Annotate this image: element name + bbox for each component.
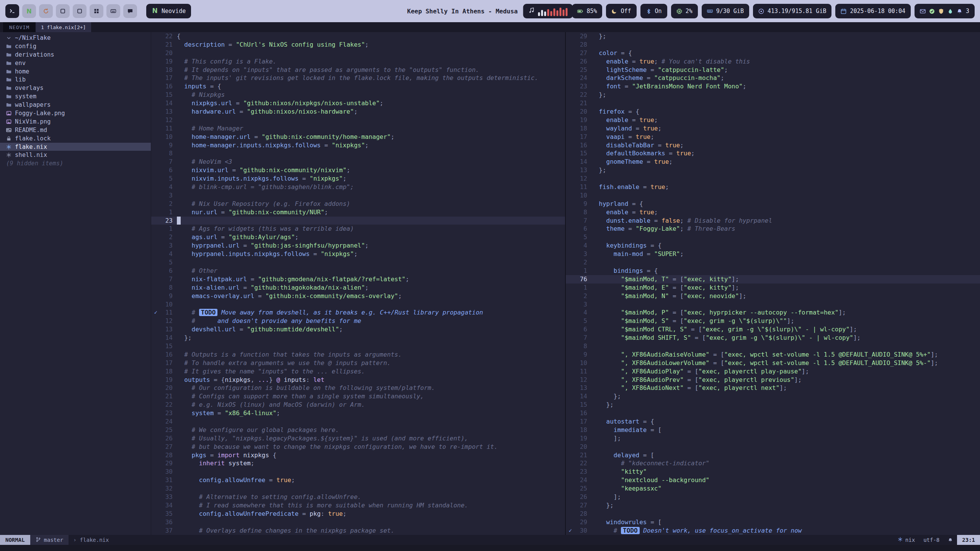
code-line[interactable]: 10 [151, 300, 565, 309]
code-line[interactable]: ✓30 # TODO Doesn't work, use focus_on_ac… [566, 527, 980, 535]
code-line[interactable]: 24 darkScheme = "catppuccin-mocha"; [566, 74, 980, 82]
workspace-button-3[interactable] [39, 4, 53, 18]
system-tray[interactable]: 3 [915, 4, 975, 18]
code-line[interactable]: 14 gnomeTheme = true; [566, 158, 980, 166]
code-line[interactable]: 11 fish.enable = true; [566, 183, 980, 191]
memory-pill[interactable]: 9/30 GiB [702, 4, 749, 18]
editor-pane-left[interactable]: 22{21 description = "ChUrl's NixOS confi… [151, 32, 566, 535]
code-line[interactable]: 15 [151, 342, 565, 350]
tree-item-nixflake[interactable]: ~/NixFlake [0, 34, 151, 42]
tree-item-foggy-lake-png[interactable]: Foggy-Lake.png [0, 109, 151, 117]
code-line[interactable]: 1 # Ags for widgets (this was a terrible… [151, 225, 565, 233]
code-line[interactable]: 9 ", XF86AudioRaiseVolume" = ["exec, wpc… [566, 350, 980, 359]
code-line[interactable]: 3 main-mod = "SUPER"; [566, 250, 980, 258]
code-line[interactable]: 3 [566, 300, 980, 309]
code-line[interactable]: 12 [566, 174, 980, 183]
code-line[interactable]: 22 # e.g. NixOS (linux) and MacOS (darwi… [151, 401, 565, 409]
code-line[interactable]: 25 # We configure our global packages he… [151, 426, 565, 434]
code-line[interactable]: 4 hyprpanel.inputs.nixpkgs.follows = "ni… [151, 250, 565, 258]
tree-item-shell-nix[interactable]: shell.nix [0, 151, 151, 159]
code-line[interactable]: 26 ]; [566, 493, 980, 501]
tree-item-flake-nix[interactable]: flake.nix [0, 143, 151, 151]
code-line[interactable]: 29 }; [566, 32, 980, 41]
command-line[interactable] [0, 545, 980, 551]
code-line[interactable]: 23 "kitty" [566, 468, 980, 476]
code-line[interactable]: 6 theme = "Foggy-Lake"; # Three-Bears [566, 225, 980, 233]
code-line[interactable]: 27 color = { [566, 49, 980, 57]
cpu-pill[interactable]: 2% [671, 4, 698, 18]
code-line[interactable]: 26 enable = true; # You can't disable th… [566, 57, 980, 66]
tree-item-home[interactable]: home [0, 67, 151, 76]
code-line[interactable]: 24 [151, 417, 565, 426]
code-line[interactable]: 5 nixvim.inputs.nixpkgs.follows = "nixpk… [151, 174, 565, 183]
code-line[interactable]: 26 # Usually, "nixpkgs.legacyPackages.${… [151, 434, 565, 443]
code-line[interactable]: 2 # Nix User Repository (e.g. Firefox ad… [151, 200, 565, 208]
code-line[interactable]: 3 [151, 191, 565, 200]
code-line[interactable]: 20 [566, 443, 980, 451]
code-line[interactable]: 14 }; [566, 392, 980, 401]
code-line[interactable]: 7 dunst.enable = false; # Disable for hy… [566, 217, 980, 225]
tree-item-nixvim-png[interactable]: NixVim.png [0, 117, 151, 126]
code-line[interactable]: 34 # I read somewhere that this is more … [151, 501, 565, 510]
code-line[interactable]: 18 immediate = [ [566, 426, 980, 434]
code-line[interactable]: 6 # Other [151, 267, 565, 275]
code-line[interactable]: 23 system = "x86_64-linux"; [151, 409, 565, 417]
code-line[interactable]: 18 # It gives the name "inputs" to the .… [151, 367, 565, 376]
workspace-button-4[interactable] [56, 4, 70, 18]
code-line[interactable]: 2 ags.url = "github:Aylur/ags"; [151, 233, 565, 241]
code-line[interactable]: 32 [151, 484, 565, 493]
code-line[interactable]: 8 [151, 149, 565, 158]
workspace-button-7[interactable] [106, 4, 120, 18]
code-line[interactable]: 20 [151, 49, 565, 57]
code-line[interactable]: 36 [151, 518, 565, 527]
code-line[interactable]: 37 # Overlays define changes in the nixp… [151, 527, 565, 535]
code-line[interactable]: 21 delayed = [ [566, 451, 980, 460]
battery-pill[interactable]: 85% [572, 4, 602, 18]
notifications-pill[interactable]: Off [606, 4, 636, 18]
code-line[interactable]: 18 wayland = true; [566, 124, 980, 133]
code-line[interactable]: 23 font = "JetBrainsMono Nerd Font Mono"… [566, 82, 980, 91]
workspace-button-8[interactable] [123, 4, 137, 18]
code-line[interactable]: 21 # Configs can support more than a sin… [151, 392, 565, 401]
code-line[interactable]: 24 "nextcloud --background" [566, 476, 980, 484]
code-line[interactable]: 20 # Our configuration is buildable on t… [151, 384, 565, 392]
code-line[interactable]: 13 }; [566, 166, 980, 174]
code-line[interactable]: 27 }; [566, 501, 980, 510]
code-line[interactable]: 17 vaapi = true; [566, 133, 980, 141]
code-line[interactable]: 16 disableTabBar = true; [566, 141, 980, 150]
tree-item-system[interactable]: system [0, 92, 151, 101]
code-line[interactable]: 25 "keepassxc" [566, 484, 980, 493]
code-line[interactable]: 10 ", XF86AudioLowerVolume" = ["exec, wp… [566, 359, 980, 367]
code-line[interactable]: 15 defaultBookmarks = true; [566, 149, 980, 158]
code-line[interactable]: 21 description = "ChUrl's NixOS config u… [151, 41, 565, 49]
code-line[interactable]: 7 # NeoVim <3 [151, 158, 565, 166]
code-line[interactable]: 8 [566, 342, 980, 350]
tree-item-flake-lock[interactable]: flake.lock [0, 134, 151, 143]
code-line[interactable]: 15 # Nixpkgs [151, 91, 565, 99]
code-line[interactable]: 5 [151, 258, 565, 267]
code-line[interactable]: 31 config.allowUnfree = true; [151, 476, 565, 484]
code-line[interactable]: 8 enable = true; [566, 208, 980, 217]
code-line[interactable]: 22 }; [566, 91, 980, 99]
code-line[interactable]: 29 inherit system; [151, 459, 565, 468]
buffer-tab[interactable]: 1 flake.nix[2+] [36, 22, 91, 32]
code-line[interactable]: 13 devshell.url = "github:numtide/devshe… [151, 325, 565, 334]
code-line[interactable]: 9 hyprland = { [566, 200, 980, 208]
code-line[interactable]: 16 # Outputs is a function that takes th… [151, 350, 565, 359]
workspace-button-5[interactable] [73, 4, 87, 18]
code-line[interactable]: 17 # The inputs' git revisions get locke… [151, 74, 565, 82]
code-line[interactable]: 22 # "kdeconnect-indicator" [566, 459, 980, 468]
tree-item-config[interactable]: config [0, 42, 151, 51]
code-line[interactable]: 17 autostart = { [566, 417, 980, 426]
music-widget[interactable]: Keep Shelly In Athens - Medusa [407, 4, 573, 18]
git-branch-segment[interactable]: master [30, 535, 69, 545]
code-line[interactable]: 2 [566, 258, 980, 267]
code-line[interactable]: 15 }; [566, 401, 980, 409]
workspace-button-2[interactable]: N [22, 4, 36, 18]
code-line[interactable]: 14 }; [151, 334, 565, 342]
cursor-code-line[interactable]: 23 [151, 217, 565, 225]
code-line[interactable]: 29 windowrules = [ [566, 518, 980, 527]
code-line[interactable]: 4 # blink-cmp.url = "github:saghen/blink… [151, 183, 565, 191]
code-line[interactable]: 11 # Home Manager [151, 124, 565, 133]
tree-item-env[interactable]: env [0, 59, 151, 67]
